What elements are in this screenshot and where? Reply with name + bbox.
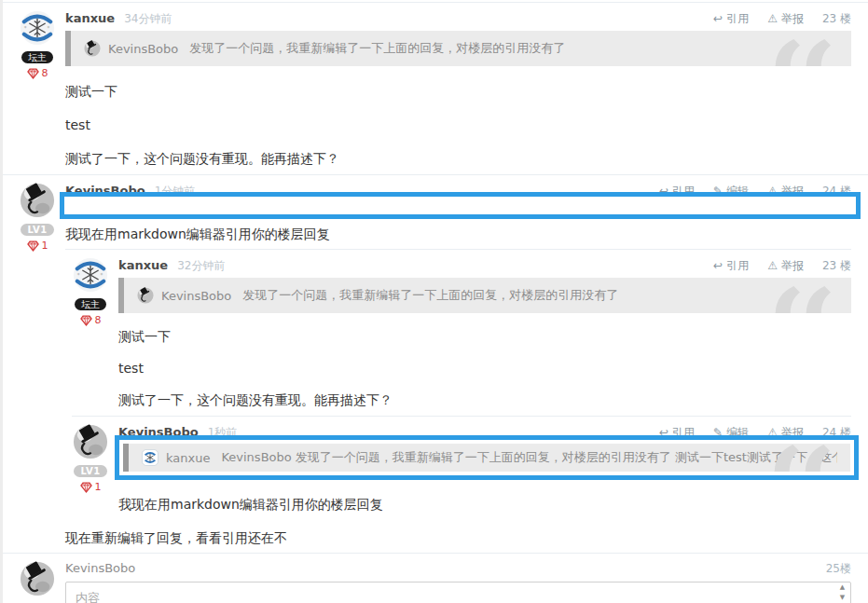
reply-icon: ↩	[713, 10, 723, 27]
level-badge: LV1	[74, 465, 106, 477]
quote-mark-decoration	[769, 36, 831, 66]
nested-post-24-quote-block: kanxue KevinsBobo 发现了一个问题，我重新编辑了一下上面的回复，…	[123, 444, 850, 472]
body-line: 测试一下	[65, 81, 851, 102]
highlight-box-empty-quote	[60, 192, 861, 219]
nested-post-24: LV1 1 KevinsBobo 1秒前	[72, 416, 851, 519]
floor-label: 23 楼	[822, 10, 851, 27]
quoted-author: KevinsBobo	[108, 42, 178, 56]
kanxue-avatar-small	[142, 449, 158, 466]
gem-icon	[27, 68, 39, 79]
post-23-header: kanxue 34分钟前 ↩引用 ⚠举报 23 楼	[65, 10, 851, 27]
post-23-username[interactable]: kanxue	[65, 10, 115, 27]
post-24-intro-text: 我现在用markdown编辑器引用你的楼层回复	[65, 225, 851, 243]
kevinsbobo-avatar[interactable]	[20, 561, 55, 596]
gem-icon	[80, 315, 92, 326]
svg-text:*: *	[47, 25, 49, 31]
gem-icon	[27, 240, 39, 252]
gem-value: 1	[95, 481, 102, 493]
nested-post-23: ** 坛主 8 kanxue	[72, 250, 851, 416]
gem-value: 8	[95, 314, 102, 326]
quoted-author: kanxue	[166, 451, 210, 465]
body-line: 测试了一下，这个问题没有重现。能再描述下？	[118, 390, 851, 410]
quoted-text: 发现了一个问题，我重新编辑了一下上面的回复，对楼层的引用没有了	[242, 287, 618, 304]
svg-text:*: *	[77, 272, 80, 278]
body-line: test	[118, 358, 851, 378]
kanxue-avatar[interactable]: **	[20, 10, 55, 46]
post-24-outro-text: 现在重新编辑了回复，看看引用还在不	[65, 528, 851, 547]
kanxue-avatar[interactable]: **	[73, 257, 108, 293]
post-23-body: 测试一下 test 测试了一下，这个问题没有重现。能再描述下？	[65, 81, 851, 169]
nested-quote-thread: ** 坛主 8 kanxue	[65, 249, 851, 519]
svg-text:*: *	[100, 272, 103, 278]
body-line: test	[65, 115, 851, 135]
gem-icon	[80, 482, 92, 493]
kevinsbobo-avatar-small	[137, 287, 154, 304]
quoted-text: 发现了一个问题，我重新编辑了一下上面的回复，对楼层的引用没有了	[189, 40, 565, 57]
nested-post-23-quote-block: KevinsBobo 发现了一个问题，我重新编辑了一下上面的回复，对楼层的引用没…	[118, 278, 851, 313]
reply-username: KevinsBobo	[65, 561, 135, 576]
body-line: 测试了一下，这个问题没有重现。能再描述下？	[65, 148, 851, 169]
quote-mark-decoration	[769, 283, 831, 313]
floor-label: 23 楼	[822, 257, 851, 274]
quote-link[interactable]: ↩引用	[713, 257, 749, 274]
gem-count: 8	[80, 314, 102, 326]
post-24-author-column: LV1 1	[19, 183, 56, 547]
reply-author-column	[19, 561, 56, 603]
kevinsbobo-avatar-small	[84, 40, 101, 57]
post-23-time: 34分钟前	[124, 10, 172, 27]
highlight-box-quote: kanxue KevinsBobo 发现了一个问题，我重新编辑了一下上面的回复，…	[115, 435, 859, 480]
reply-floor-label: 25楼	[826, 561, 851, 576]
gem-count: 1	[80, 481, 102, 493]
reply-icon: ↩	[713, 257, 723, 274]
body-line: 测试一下	[118, 326, 851, 347]
quoted-author: KevinsBobo	[161, 289, 231, 303]
reply-header: KevinsBobo 25楼	[65, 561, 851, 576]
report-icon: ⚠	[767, 10, 778, 27]
gem-count: 8	[27, 67, 48, 79]
nested-post-23-body: 测试一下 test 测试了一下，这个问题没有重现。能再描述下？	[118, 326, 851, 410]
post-23: ** 坛主 8 kanxue 34分钟前 ↩引用 ⚠举报 23 楼	[3, 2, 868, 174]
post-23-quote-block: KevinsBobo 发现了一个问题，我重新编辑了一下上面的回复，对楼层的引用没…	[65, 31, 851, 66]
report-link[interactable]: ⚠举报	[767, 10, 804, 27]
kevinsbobo-avatar[interactable]	[20, 183, 55, 218]
reply-textarea[interactable]	[65, 582, 851, 603]
kevinsbobo-avatar[interactable]	[73, 424, 108, 459]
nested-post-23-header: kanxue 32分钟前 ↩引用 ⚠举报 23 楼	[118, 257, 851, 274]
gem-value: 1	[42, 240, 48, 252]
level-badge: LV1	[21, 224, 53, 236]
nested-post-24-body: 我现在用markdown编辑器引用你的楼层回复	[118, 495, 851, 514]
report-icon: ⚠	[767, 257, 778, 274]
owner-badge: 坛主	[21, 51, 53, 63]
post-24: LV1 1 KevinsBobo 1分钟前 ↩引用 ✎编辑 ⚠举报 24 楼	[3, 174, 868, 553]
reply-form: KevinsBobo 25楼 ▲ ▼ 回帖 ☺ 表情 回帖送Kx币	[3, 553, 868, 603]
quoted-text: KevinsBobo 发现了一个问题，我重新编辑了一下上面的回复，对楼层的引用没…	[221, 449, 837, 466]
nested-post-23-username[interactable]: kanxue	[118, 257, 168, 274]
svg-text:*: *	[24, 25, 27, 31]
post-23-author-column: ** 坛主 8	[19, 10, 56, 169]
quote-link[interactable]: ↩引用	[713, 10, 749, 27]
quote-mark-decoration	[768, 444, 830, 472]
gem-count: 1	[27, 240, 48, 252]
owner-badge: 坛主	[75, 298, 106, 310]
report-link[interactable]: ⚠举报	[767, 257, 804, 274]
gem-value: 8	[42, 67, 48, 79]
nested-post-23-time: 32分钟前	[177, 257, 225, 274]
thread-page: ** 坛主 8 kanxue 34分钟前 ↩引用 ⚠举报 23 楼	[0, 0, 868, 603]
